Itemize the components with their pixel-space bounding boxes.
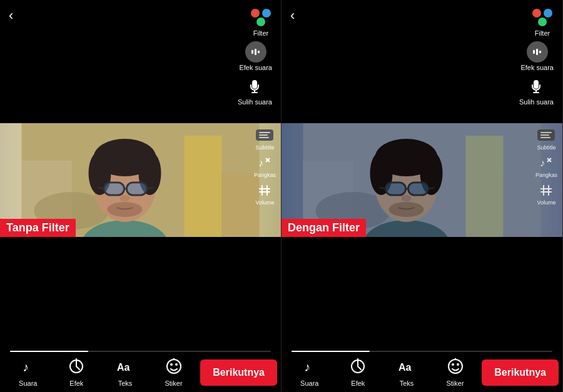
efek-icon-left <box>68 358 84 378</box>
video-preview-left: Subtitle ♪ Pangkas <box>0 123 281 237</box>
svg-rect-21 <box>105 183 124 194</box>
stiker-icon-left <box>166 358 182 378</box>
stiker-icon-right <box>447 358 464 378</box>
suara-label-left: Suara <box>19 379 37 387</box>
top-toolbar-right: Filter Efek suara <box>282 0 562 109</box>
svg-point-37 <box>170 363 173 366</box>
right-panel: ‹ Filter <box>282 0 563 392</box>
bottom-area-left: ♪ Suara Efek <box>0 248 281 392</box>
svg-point-24 <box>108 202 143 217</box>
progress-fill-right <box>292 351 370 352</box>
volume-label-left: Volume <box>255 199 274 206</box>
efek-suara-button-right[interactable]: Efek suara <box>520 41 554 71</box>
svg-point-38 <box>175 363 178 366</box>
teks-icon-right: Aa <box>397 358 416 378</box>
svg-text:Aa: Aa <box>117 362 130 373</box>
back-button-right[interactable]: ‹ <box>290 8 295 24</box>
svg-text:♪: ♪ <box>23 360 29 374</box>
efek-suara-label-right: Efek suara <box>520 64 554 71</box>
nav-teks-left[interactable]: Aa Teks <box>101 358 150 387</box>
stiker-label-right: Stiker <box>446 379 464 387</box>
svg-point-36 <box>167 359 181 373</box>
suara-icon-left: ♪ <box>20 358 36 378</box>
teks-label-right: Teks <box>400 379 414 387</box>
efek-icon-right <box>350 358 366 378</box>
panel-label-left: Tanpa Filter <box>0 219 76 237</box>
volume-icon-left <box>255 181 274 199</box>
progress-area-right <box>282 308 562 352</box>
back-button-left[interactable]: ‹ <box>9 8 13 24</box>
svg-point-62 <box>402 195 412 201</box>
next-button-left[interactable]: Berikutnya <box>200 359 277 386</box>
svg-point-23 <box>120 195 130 201</box>
in-video-toolbar-left: Subtitle ♪ Pangkas <box>254 126 276 207</box>
sulih-suara-button-left[interactable]: Sulih suara <box>238 75 272 106</box>
efek-suara-button-left[interactable]: Efek suara <box>239 41 272 71</box>
svg-rect-39 <box>533 50 535 54</box>
pangkas-icon-right: ♪ <box>537 153 555 172</box>
efek-label-left: Efek <box>69 379 83 387</box>
bottom-nav-right: ♪ Suara Efek <box>282 352 562 392</box>
svg-text:Aa: Aa <box>398 362 412 373</box>
progress-track-left <box>10 351 271 352</box>
svg-rect-61 <box>409 183 428 194</box>
svg-rect-2 <box>258 51 260 53</box>
svg-point-76 <box>452 363 454 366</box>
subtitle-label-right: Subtitle <box>537 144 555 151</box>
subtitle-button-left[interactable]: Subtitle <box>255 126 274 151</box>
progress-track-right <box>292 351 552 352</box>
next-button-right[interactable]: Berikutnya <box>482 359 559 386</box>
volume-label-right: Volume <box>537 199 555 206</box>
left-panel: ‹ Filter <box>0 0 282 392</box>
nav-efek-left[interactable]: Efek <box>53 358 101 387</box>
svg-rect-22 <box>128 183 146 194</box>
svg-rect-41 <box>539 51 541 53</box>
top-toolbar-left: Filter Efek suara <box>0 0 281 109</box>
bottom-area-right: ♪ Suara Efek <box>282 248 562 392</box>
filter-label-left: Filter <box>253 29 268 37</box>
teks-icon-left: Aa <box>116 358 134 378</box>
nav-stiker-left[interactable]: Stiker <box>150 358 198 387</box>
in-video-toolbar-right: Subtitle ♪ Pangkas <box>535 126 557 207</box>
video-preview-right: Subtitle ♪ Pangkas <box>282 123 562 237</box>
efek-suara-icon-left <box>245 41 267 63</box>
filter-icon-left <box>250 6 272 29</box>
svg-rect-60 <box>387 183 405 194</box>
svg-rect-40 <box>536 49 538 55</box>
svg-rect-0 <box>251 50 253 54</box>
volume-icon-right <box>537 181 555 199</box>
volume-button-left[interactable]: Volume <box>255 181 274 206</box>
volume-button-right[interactable]: Volume <box>537 181 555 206</box>
svg-text:♪: ♪ <box>258 158 263 168</box>
svg-rect-45 <box>466 136 504 237</box>
bottom-nav-left: ♪ Suara Efek <box>0 352 281 392</box>
filter-icon-right <box>531 6 554 29</box>
svg-rect-1 <box>255 49 256 55</box>
svg-text:♪: ♪ <box>304 360 310 374</box>
pangkas-button-right[interactable]: ♪ Pangkas <box>535 153 557 178</box>
pangkas-button-left[interactable]: ♪ Pangkas <box>254 153 276 178</box>
nav-suara-left[interactable]: ♪ Suara <box>4 358 53 387</box>
subtitle-label-left: Subtitle <box>255 144 274 151</box>
efek-label-right: Efek <box>351 379 365 387</box>
svg-point-75 <box>449 359 462 373</box>
filter-button-right[interactable]: Filter <box>531 6 554 37</box>
nav-stiker-right[interactable]: Stiker <box>431 358 480 387</box>
svg-point-63 <box>389 202 424 217</box>
sulih-suara-icon-right <box>525 75 547 98</box>
sulih-suara-button-right[interactable]: Sulih suara <box>519 75 554 106</box>
suara-label-right: Suara <box>300 379 318 387</box>
nav-efek-right[interactable]: Efek <box>334 358 383 387</box>
panel-label-right: Dengan Filter <box>282 219 366 237</box>
nav-suara-right[interactable]: ♪ Suara <box>285 358 334 387</box>
sulih-suara-label-right: Sulih suara <box>519 98 554 106</box>
sulih-suara-icon-left <box>243 75 266 98</box>
nav-teks-right[interactable]: Aa Teks <box>382 358 431 387</box>
subtitle-button-right[interactable]: Subtitle <box>537 126 555 151</box>
svg-text:♪: ♪ <box>540 158 545 168</box>
suara-icon-right: ♪ <box>302 358 318 378</box>
svg-rect-6 <box>185 136 222 237</box>
stiker-label-left: Stiker <box>165 379 182 387</box>
pangkas-label-left: Pangkas <box>254 172 276 178</box>
filter-button-left[interactable]: Filter <box>250 6 272 37</box>
